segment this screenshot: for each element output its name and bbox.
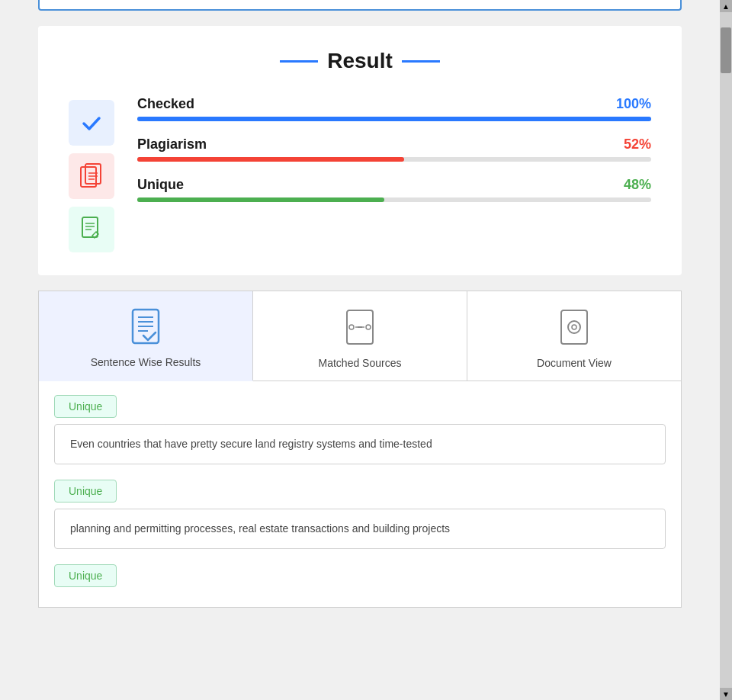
- scrollbar-arrow-down[interactable]: ▼: [720, 688, 732, 700]
- stats-content: Checked 100% Plagiarism 52%: [137, 96, 651, 217]
- copy-icon: [79, 162, 104, 190]
- unique-badge-2: Unique: [54, 564, 117, 587]
- checked-label: Checked: [137, 96, 194, 112]
- plagiarism-header: Plagiarism 52%: [137, 136, 651, 153]
- svg-point-22: [568, 321, 580, 333]
- stats-row: Checked 100% Plagiarism 52%: [69, 96, 651, 252]
- unique-badge-1: Unique: [54, 480, 117, 503]
- unique-badge-0: Unique: [54, 395, 117, 418]
- unique-stat-label: Unique: [137, 177, 184, 193]
- plagiarism-value: 52%: [624, 136, 651, 153]
- edit-doc-icon: [79, 216, 104, 243]
- title-line-right: [402, 60, 440, 63]
- result-title: Result: [69, 49, 651, 73]
- sentence-box-1: planning and permitting processes, real …: [54, 509, 666, 549]
- check-icon: [79, 111, 104, 135]
- plagiarism-icon-box: [69, 153, 114, 199]
- plagiarism-progress-fill: [137, 157, 404, 162]
- checked-stat: Checked 100%: [137, 96, 651, 121]
- unique-progress-fill: [137, 197, 384, 202]
- unique-icon-box: [69, 207, 114, 252]
- result-section: Result: [38, 26, 682, 275]
- plagiarism-progress-track: [137, 157, 651, 162]
- svg-point-23: [572, 325, 576, 329]
- svg-rect-5: [82, 217, 98, 237]
- scrollbar-arrow-up[interactable]: ▲: [720, 0, 732, 12]
- scrollbar-thumb[interactable]: [721, 27, 731, 73]
- top-border-box: [38, 0, 682, 11]
- tab-matched-sources[interactable]: Matched Sources: [253, 291, 467, 381]
- unique-progress-track: [137, 197, 651, 202]
- checked-icon-box: [69, 100, 114, 146]
- tab-document-view-label: Document View: [537, 357, 612, 369]
- results-list: Unique Even countries that have pretty s…: [39, 381, 681, 607]
- result-item-1: Unique planning and permitting processes…: [54, 474, 666, 549]
- matched-sources-icon: [341, 307, 379, 349]
- svg-rect-21: [561, 310, 587, 344]
- result-item-2: Unique: [54, 558, 666, 593]
- tab-document-view[interactable]: Document View: [467, 291, 681, 381]
- checked-value: 100%: [616, 96, 651, 112]
- tab-matched-sources-label: Matched Sources: [319, 357, 402, 369]
- page-title: Result: [327, 49, 393, 73]
- unique-stat: Unique 48%: [137, 177, 651, 202]
- title-line-left: [280, 60, 318, 63]
- result-item-0: Unique Even countries that have pretty s…: [54, 389, 666, 464]
- checked-progress-track: [137, 117, 651, 121]
- plagiarism-stat: Plagiarism 52%: [137, 136, 651, 162]
- unique-header: Unique 48%: [137, 177, 651, 193]
- document-view-icon: [555, 307, 593, 349]
- icons-column: [69, 96, 114, 252]
- unique-value: 48%: [624, 177, 651, 193]
- sentence-box-0: Even countries that have pretty secure l…: [54, 424, 666, 464]
- checked-progress-fill: [137, 117, 651, 121]
- svg-point-20: [366, 325, 371, 329]
- svg-point-19: [349, 325, 354, 329]
- checked-header: Checked 100%: [137, 96, 651, 112]
- tabs-section: Sentence Wise Results Matched Sources: [38, 291, 682, 608]
- tab-sentence-wise-label: Sentence Wise Results: [91, 356, 201, 368]
- tabs-header: Sentence Wise Results Matched Sources: [39, 291, 681, 381]
- plagiarism-label: Plagiarism: [137, 136, 207, 153]
- sentence-wise-icon: [127, 307, 165, 348]
- tab-sentence-wise[interactable]: Sentence Wise Results: [39, 291, 253, 381]
